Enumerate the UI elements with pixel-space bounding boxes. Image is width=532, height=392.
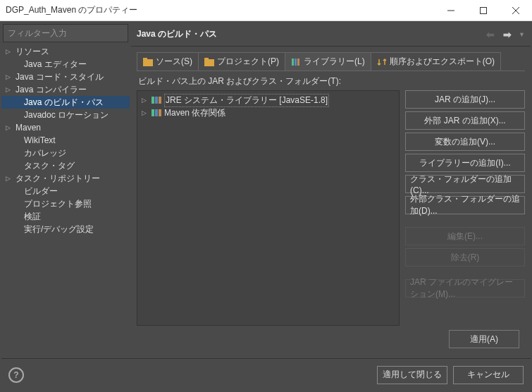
sidebar: フィルター入力 ▷リソース ▷Java エディター ▷Java コード・スタイル…	[1, 23, 130, 358]
svg-rect-5	[143, 58, 147, 61]
tree-item-taskrepo[interactable]: ▷タスク・リポジトリー	[1, 172, 130, 185]
view-menu-icon[interactable]: ▼	[516, 31, 525, 38]
svg-rect-9	[295, 59, 297, 66]
add-variable-button[interactable]: 変数の追加(V)...	[405, 133, 525, 151]
add-class-folder-button[interactable]: クラス・フォルダーの追加(C)...	[405, 175, 525, 193]
tree-item-java-codestyle[interactable]: ▷Java コード・スタイル	[1, 71, 130, 83]
tab-source[interactable]: ソース(S)	[137, 52, 199, 71]
tree-item-javadoc[interactable]: ▷Javadoc ロケーション	[1, 109, 130, 121]
library-item-icon	[151, 97, 161, 104]
forward-arrow-icon[interactable]: ➡	[499, 29, 516, 40]
svg-rect-11	[151, 97, 154, 104]
tree-item-projectref[interactable]: ▷プロジェクト参照	[1, 197, 130, 210]
tree-item-wikitext[interactable]: ▷WikiText	[1, 134, 130, 147]
svg-rect-10	[297, 59, 299, 66]
svg-rect-16	[159, 109, 161, 116]
tab-bar: ソース(S) プロジェクト(P) ライブラリー(L) 順序およびエクス	[137, 52, 525, 71]
cancel-button[interactable]: キャンセル	[453, 366, 524, 384]
tree-item-coverage[interactable]: ▷カバレッジ	[1, 147, 130, 159]
library-icon	[291, 57, 301, 67]
add-external-jar-button[interactable]: 外部 JAR の追加(X)...	[405, 111, 525, 130]
tree-item-java-buildpath[interactable]: ▷Java のビルド・パス	[1, 96, 130, 109]
apply-close-button[interactable]: 適用して閉じる	[377, 366, 447, 384]
order-icon	[377, 57, 387, 67]
page-title: Java のビルド・パス	[137, 28, 217, 40]
svg-rect-1	[481, 7, 487, 13]
svg-rect-8	[292, 59, 294, 66]
lib-item-maven[interactable]: ▷ Maven 依存関係	[140, 106, 396, 119]
back-arrow-icon[interactable]: ⬅	[482, 29, 499, 40]
titlebar: DGP_Auth_Maven のプロパティー	[0, 0, 532, 21]
remove-button: 除去(R)	[405, 248, 525, 267]
library-tree[interactable]: ▷ JRE システム・ライブラリー [JavaSE-1.8] ▷ Maven 依…	[137, 90, 400, 326]
add-external-class-folder-button[interactable]: 外部クラス・フォルダーの追加(D)...	[405, 196, 525, 214]
edit-button: 編集(E)...	[405, 227, 525, 245]
add-jar-button[interactable]: JAR の追加(J)...	[405, 90, 525, 109]
svg-rect-14	[151, 109, 154, 116]
window-title: DGP_Auth_Maven のプロパティー	[6, 4, 435, 16]
help-icon[interactable]: ?	[8, 367, 24, 383]
svg-rect-15	[155, 109, 158, 116]
tree-item-builder[interactable]: ▷ビルダー	[1, 185, 130, 197]
tab-order[interactable]: 順序およびエクスポート(O)	[371, 52, 501, 71]
content-panel: Java のビルド・パス ⬅ ➡ ▼ ソース(S) プロジェクト(	[131, 23, 531, 358]
tree-item-java-editor[interactable]: ▷Java エディター	[1, 58, 130, 71]
library-item-icon	[151, 109, 161, 116]
svg-rect-12	[155, 97, 158, 104]
tree-item-java-compiler[interactable]: ▷Java コンパイラー	[1, 83, 130, 96]
svg-rect-13	[159, 97, 161, 104]
filter-input[interactable]: フィルター入力	[3, 24, 128, 42]
lib-item-jre[interactable]: ▷ JRE システム・ライブラリー [JavaSE-1.8]	[140, 94, 396, 106]
add-library-button[interactable]: ライブラリーの追加(I)...	[405, 154, 525, 172]
project-folder-icon	[204, 57, 214, 67]
tree-item-maven[interactable]: ▷Maven	[1, 121, 130, 134]
tree-item-rundebug[interactable]: ▷実行/デバッグ設定	[1, 223, 130, 235]
lib-description: ビルド・パス上の JAR およびクラス・フォルダー(T):	[137, 71, 525, 90]
migrate-jar-button: JAR ファイルのマイグレーション(M)...	[405, 279, 525, 298]
maximize-button[interactable]	[467, 0, 500, 21]
tree-item-tasktag[interactable]: ▷タスク・タグ	[1, 159, 130, 172]
tab-projects[interactable]: プロジェクト(P)	[198, 52, 285, 71]
category-tree[interactable]: ▷リソース ▷Java エディター ▷Java コード・スタイル ▷Java コ…	[1, 44, 130, 358]
close-button[interactable]	[500, 0, 532, 21]
tab-libraries[interactable]: ライブラリー(L)	[285, 52, 371, 71]
apply-button[interactable]: 適用(A)	[449, 330, 519, 348]
svg-rect-7	[204, 58, 209, 61]
minimize-button[interactable]	[435, 0, 467, 21]
source-folder-icon	[143, 57, 153, 67]
tree-item-resource[interactable]: ▷リソース	[1, 45, 130, 58]
dialog-footer: ? 適用して閉じる キャンセル	[1, 358, 531, 391]
tree-item-validation[interactable]: ▷検証	[1, 210, 130, 223]
